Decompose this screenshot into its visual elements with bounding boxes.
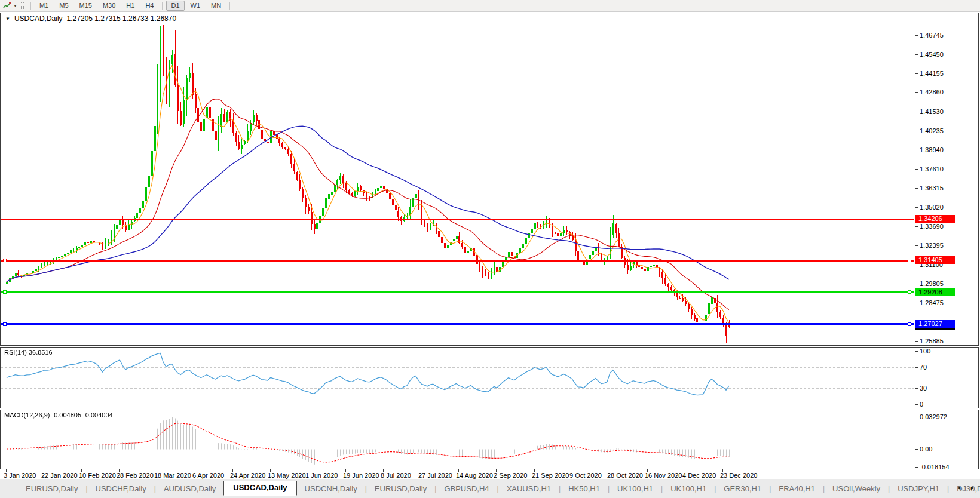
chart-tab-usdcad-daily[interactable]: USDCAD,Daily [223, 481, 296, 496]
toolbar-dropdown-caret-icon[interactable]: ▼ [13, 4, 17, 8]
macd-label: MACD(12,26,9) -0.004805 -0.004004 [4, 411, 113, 419]
macd-axis-label: 0.032972 [920, 413, 947, 421]
price-chart-canvas[interactable] [1, 25, 914, 345]
chart-ohlc-values: 1.27205 1.27315 1.26733 1.26870 [67, 14, 177, 23]
rsi-axis-label: 70 [920, 364, 927, 371]
date-axis-label: 10 Feb 2020 [79, 472, 116, 479]
tab-scroll-right-icon[interactable]: ► [970, 485, 975, 491]
chart-tab-eurusd-daily[interactable]: EURUSD,Daily [367, 482, 434, 496]
date-axis-label: 23 Dec 2020 [720, 472, 757, 479]
chart-tab-uk100-h1[interactable]: UK100,H1 [663, 482, 714, 496]
chart-tab-ger30-h1[interactable]: GER30,H1 [716, 482, 769, 496]
chart-collapse-icon[interactable]: ▼ [5, 16, 10, 21]
macd-axis-label: 0.00 [920, 445, 932, 453]
macd-axis: 0.0329720.00-0.018154 [914, 410, 979, 469]
timeframe-button-w1[interactable]: W1 [186, 1, 206, 11]
date-axis-label: 9 Oct 2020 [569, 472, 602, 479]
date-axis-label: 24 Apr 2020 [230, 472, 265, 479]
timeframe-button-mn[interactable]: MN [206, 1, 226, 11]
date-axis-label: 18 Mar 2020 [154, 472, 191, 479]
chart-tab-usdchf-daily[interactable]: USDCHF,Daily [88, 482, 154, 496]
date-axis-label: 16 Nov 2020 [645, 472, 682, 479]
chart-tab-bar: EURUSD,Daily|USDCHF,Daily|AUDUSD,DailyUS… [0, 479, 980, 498]
toolbar-separator [30, 2, 31, 10]
price-axis-label: 1.46745 [920, 32, 944, 39]
price-axis-label: 1.37610 [920, 165, 944, 173]
chart-tab-audusd-daily[interactable]: AUDUSD,Daily [156, 482, 223, 496]
rsi-axis-label: 0 [920, 401, 923, 408]
chart-tab-usoil-weekly[interactable]: USOil,Weekly [825, 482, 888, 496]
date-axis: 3 Jan 202022 Jan 202010 Feb 202028 Feb 2… [0, 469, 980, 479]
rsi-chart-canvas[interactable] [1, 348, 914, 407]
price-axis-label: 1.35020 [920, 204, 944, 211]
line-studies-icon[interactable] [2, 1, 12, 10]
macd-panel: MACD(12,26,9) -0.004805 -0.004004 0.0329… [0, 410, 979, 469]
toolbar: ▼ M1M5M15M30H1H4D1W1MN [0, 0, 980, 12]
price-level-badge: 1.29208 [915, 288, 956, 296]
date-axis-label: 8 Jul 2020 [381, 472, 411, 479]
rsi-axis-label: 30 [920, 385, 927, 392]
timeframe-button-m30[interactable]: M30 [98, 1, 120, 11]
chart-tab-uk100-h1[interactable]: UK100,H1 [610, 482, 661, 496]
date-axis-label: 3 Jan 2020 [4, 472, 36, 479]
date-axis-label: 27 Jul 2020 [418, 472, 452, 479]
timeframe-button-h4[interactable]: H4 [140, 1, 158, 11]
price-level-badge: 1.34206 [915, 215, 956, 223]
date-axis-label: 19 Jun 2020 [343, 472, 379, 479]
toolbar-separator [162, 2, 163, 10]
price-axis-label: 1.36315 [920, 185, 944, 192]
chart-title-bar: ▼ USDCAD,Daily 1.27205 1.27315 1.26733 1… [1, 13, 978, 24]
toolbar-drag-handle[interactable] [21, 2, 24, 10]
chart-tab-usdjpy-h1[interactable]: USDJPY,H1 [890, 482, 947, 496]
price-level-badge: 1.31405 [915, 256, 956, 264]
price-axis-label: 1.42860 [920, 88, 944, 96]
tab-scroll-controls: ◄ ► [956, 485, 975, 491]
date-axis-label: 14 Aug 2020 [456, 472, 493, 479]
chart-symbol-title: USDCAD,Daily [14, 14, 63, 23]
price-chart-panel: ▼ USDCAD,Daily 1.27205 1.27315 1.26733 1… [0, 13, 979, 346]
price-axis: 1.467451.454501.441551.428601.415301.402… [914, 25, 979, 345]
macd-chart-canvas[interactable] [1, 410, 914, 468]
price-axis-label: 1.44155 [920, 70, 944, 78]
price-axis-label: 1.28475 [920, 299, 944, 307]
rsi-axis-label: 100 [920, 348, 930, 355]
rsi-panel: RSI(14) 36.8516 10070300 [0, 347, 979, 408]
date-axis-label: 1 Jun 2020 [305, 472, 338, 479]
timeframe-button-d1[interactable]: D1 [166, 1, 184, 11]
toolbar-separator [229, 2, 230, 10]
price-axis-label: 1.38940 [920, 146, 944, 154]
rsi-axis: 10070300 [914, 348, 979, 408]
timeframe-toolbar: M1M5M15M30H1H4D1W1MN [27, 1, 233, 11]
timeframe-button-m5[interactable]: M5 [54, 1, 73, 11]
timeframe-button-m1[interactable]: M1 [35, 1, 53, 11]
chart-tab-hk50-h1[interactable]: HK50,H1 [561, 482, 608, 496]
price-axis-label: 1.25885 [920, 337, 944, 345]
date-axis-label: 28 Feb 2020 [117, 472, 154, 479]
tab-scroll-left-icon[interactable]: ◄ [956, 485, 961, 491]
date-axis-label: 2 Sep 2020 [494, 472, 527, 479]
price-axis-label: 1.29805 [920, 280, 944, 288]
chart-tab-usdcnh-daily[interactable]: USDCNH,Daily [297, 482, 365, 496]
price-axis-label: 1.33690 [920, 223, 944, 230]
date-axis-label: 21 Sep 2020 [532, 472, 569, 479]
chart-tab-fra40-h1[interactable]: FRA40,H1 [771, 482, 823, 496]
date-axis-label: 28 Oct 2020 [607, 472, 643, 479]
date-axis-label: 4 Dec 2020 [682, 472, 716, 479]
price-level-badge: 1.27027 [915, 320, 956, 328]
date-axis-label: 13 May 2020 [268, 472, 306, 479]
price-axis-label: 1.45450 [920, 51, 944, 59]
tabs-row: EURUSD,Daily|USDCHF,Daily|AUDUSD,DailyUS… [18, 482, 980, 496]
price-axis-label: 1.32395 [920, 242, 944, 250]
rsi-label: RSI(14) 36.8516 [4, 349, 53, 356]
price-axis-label: 1.41530 [920, 108, 944, 116]
chart-tab-gbpusd-h4[interactable]: GBPUSD,H4 [436, 482, 497, 496]
timeframe-button-h1[interactable]: H1 [121, 1, 139, 11]
chart-tab-eurusd-daily[interactable]: EURUSD,Daily [18, 482, 85, 496]
date-axis-label: 6 Apr 2020 [192, 472, 224, 479]
timeframe-button-m15[interactable]: M15 [75, 1, 97, 11]
price-axis-label: 1.40235 [920, 127, 944, 135]
chart-tab-xauusd-h1[interactable]: XAUUSD,H1 [499, 482, 559, 496]
date-axis-label: 22 Jan 2020 [41, 472, 78, 479]
trading-platform-window: { "toolbar": { "timeframes": ["M1","M5",… [0, 0, 980, 498]
